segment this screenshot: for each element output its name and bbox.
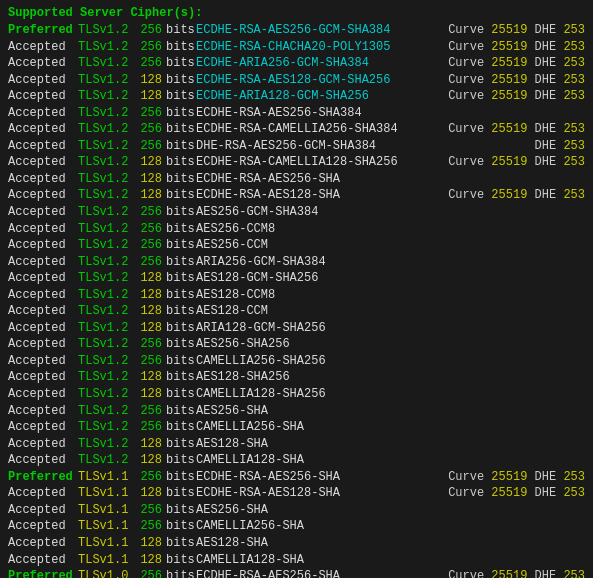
bits-unit: bits xyxy=(166,336,196,353)
bits-unit: bits xyxy=(166,452,196,469)
bits-unit: bits xyxy=(166,403,196,420)
cipher-row: AcceptedTLSv1.1256bitsCAMELLIA256-SHA xyxy=(8,518,585,535)
cipher-status: Accepted xyxy=(8,221,78,238)
bits-unit: bits xyxy=(166,502,196,519)
cipher-bits: 128 xyxy=(134,320,162,337)
bits-unit: bits xyxy=(166,204,196,221)
tls-version: TLSv1.2 xyxy=(78,22,134,39)
tls-version: TLSv1.2 xyxy=(78,187,134,204)
cipher-status: Accepted xyxy=(8,254,78,271)
bits-unit: bits xyxy=(166,138,196,155)
cipher-bits: 256 xyxy=(134,237,162,254)
bits-unit: bits xyxy=(166,88,196,105)
cipher-bits: 256 xyxy=(134,121,162,138)
tls-version: TLSv1.2 xyxy=(78,419,134,436)
tls-version: TLSv1.2 xyxy=(78,353,134,370)
cipher-row: AcceptedTLSv1.2256bitsECDHE-RSA-CAMELLIA… xyxy=(8,121,585,138)
cipher-name: ECDHE-RSA-AES128-GCM-SHA256 xyxy=(196,72,444,89)
tls-version: TLSv1.2 xyxy=(78,452,134,469)
cipher-extra: Curve 25519 DHE 253 xyxy=(448,22,585,39)
cipher-status: Accepted xyxy=(8,535,78,552)
cipher-row: PreferredTLSv1.2256bitsECDHE-RSA-AES256-… xyxy=(8,22,585,39)
cipher-name: AES256-CCM xyxy=(196,237,585,254)
bits-unit: bits xyxy=(166,485,196,502)
cipher-status: Accepted xyxy=(8,485,78,502)
cipher-row: AcceptedTLSv1.2128bitsAES128-GCM-SHA256 xyxy=(8,270,585,287)
tls-version: TLSv1.2 xyxy=(78,121,134,138)
cipher-extra: Curve 25519 DHE 253 xyxy=(448,485,585,502)
cipher-status: Accepted xyxy=(8,518,78,535)
bits-unit: bits xyxy=(166,270,196,287)
cipher-bits: 256 xyxy=(134,22,162,39)
cipher-name: AES256-SHA256 xyxy=(196,336,585,353)
cipher-row: AcceptedTLSv1.1128bitsECDHE-RSA-AES128-S… xyxy=(8,485,585,502)
tls-version: TLSv1.2 xyxy=(78,171,134,188)
cipher-extra: Curve 25519 DHE 253 xyxy=(448,121,585,138)
cipher-name: AES128-SHA256 xyxy=(196,369,585,386)
bits-unit: bits xyxy=(166,369,196,386)
bits-unit: bits xyxy=(166,568,196,578)
bits-unit: bits xyxy=(166,353,196,370)
cipher-bits: 256 xyxy=(134,254,162,271)
cipher-name: CAMELLIA256-SHA256 xyxy=(196,353,585,370)
tls-version: TLSv1.2 xyxy=(78,237,134,254)
cipher-name: CAMELLIA128-SHA xyxy=(196,452,585,469)
bits-unit: bits xyxy=(166,154,196,171)
cipher-bits: 128 xyxy=(134,287,162,304)
bits-unit: bits xyxy=(166,72,196,89)
cipher-name: AES128-CCM8 xyxy=(196,287,585,304)
cipher-status: Accepted xyxy=(8,419,78,436)
cipher-status: Accepted xyxy=(8,72,78,89)
cipher-row: AcceptedTLSv1.2256bitsAES256-SHA xyxy=(8,403,585,420)
cipher-name: ECDHE-RSA-CAMELLIA256-SHA384 xyxy=(196,121,444,138)
tls-version: TLSv1.2 xyxy=(78,303,134,320)
cipher-name: ARIA128-GCM-SHA256 xyxy=(196,320,585,337)
cipher-name: ECDHE-RSA-AES256-SHA xyxy=(196,469,444,486)
cipher-bits: 128 xyxy=(134,436,162,453)
tls-version: TLSv1.2 xyxy=(78,270,134,287)
cipher-bits: 128 xyxy=(134,369,162,386)
cipher-name: ECDHE-RSA-AES256-SHA xyxy=(196,171,585,188)
tls-version: TLSv1.2 xyxy=(78,88,134,105)
cipher-extra: Curve 25519 DHE 253 xyxy=(448,55,585,72)
cipher-status: Accepted xyxy=(8,55,78,72)
cipher-bits: 128 xyxy=(134,154,162,171)
cipher-status: Accepted xyxy=(8,237,78,254)
cipher-name: AES256-GCM-SHA384 xyxy=(196,204,585,221)
tls-version: TLSv1.1 xyxy=(78,518,134,535)
cipher-bits: 256 xyxy=(134,502,162,519)
tls-version: TLSv1.1 xyxy=(78,502,134,519)
bits-unit: bits xyxy=(166,254,196,271)
cipher-row: AcceptedTLSv1.2128bitsECDHE-RSA-CAMELLIA… xyxy=(8,154,585,171)
cipher-extra: Curve 25519 DHE 253 xyxy=(448,88,585,105)
cipher-bits: 128 xyxy=(134,452,162,469)
cipher-status: Accepted xyxy=(8,138,78,155)
cipher-name: ECDHE-RSA-AES256-SHA384 xyxy=(196,105,585,122)
tls-version: TLSv1.2 xyxy=(78,55,134,72)
cipher-row: AcceptedTLSv1.1256bitsAES256-SHA xyxy=(8,502,585,519)
bits-unit: bits xyxy=(166,237,196,254)
section-header: Supported Server Cipher(s): xyxy=(8,6,585,20)
cipher-name: ECDHE-RSA-AES128-SHA xyxy=(196,485,444,502)
tls-version: TLSv1.2 xyxy=(78,369,134,386)
cipher-extra: Curve 25519 DHE 253 xyxy=(448,39,585,56)
cipher-bits: 256 xyxy=(134,105,162,122)
bits-unit: bits xyxy=(166,187,196,204)
bits-unit: bits xyxy=(166,535,196,552)
tls-version: TLSv1.1 xyxy=(78,469,134,486)
cipher-status: Accepted xyxy=(8,88,78,105)
tls-version: TLSv1.2 xyxy=(78,72,134,89)
cipher-name: ECDHE-RSA-CHACHA20-POLY1305 xyxy=(196,39,444,56)
cipher-bits: 128 xyxy=(134,303,162,320)
cipher-extra: DHE 253 xyxy=(535,138,585,155)
terminal-output: Supported Server Cipher(s): PreferredTLS… xyxy=(8,6,585,578)
cipher-status: Accepted xyxy=(8,369,78,386)
bits-unit: bits xyxy=(166,303,196,320)
bits-unit: bits xyxy=(166,552,196,569)
cipher-name: AES128-SHA xyxy=(196,535,585,552)
cipher-status: Accepted xyxy=(8,287,78,304)
bits-unit: bits xyxy=(166,22,196,39)
bits-unit: bits xyxy=(166,469,196,486)
cipher-status: Accepted xyxy=(8,154,78,171)
bits-unit: bits xyxy=(166,518,196,535)
